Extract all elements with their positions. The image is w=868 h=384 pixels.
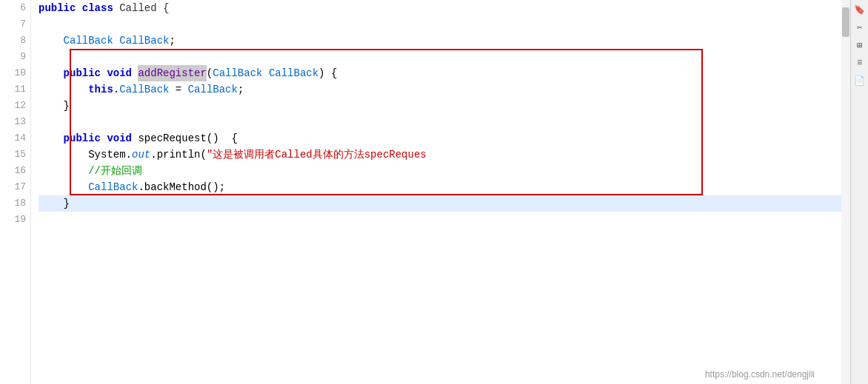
code-text: System. xyxy=(39,146,132,163)
code-text xyxy=(262,65,268,81)
code-text: . xyxy=(113,81,119,98)
line-num: 12 xyxy=(0,98,26,114)
line-num: 11 xyxy=(0,81,26,98)
line-num: 16 xyxy=(0,163,26,179)
code-line xyxy=(39,212,841,228)
code-text xyxy=(39,179,88,195)
code-text xyxy=(39,81,88,98)
line-num: 13 xyxy=(0,114,26,130)
code-text: CallBack xyxy=(213,65,262,81)
code-text: .backMethod(); xyxy=(138,179,225,195)
code-text: = xyxy=(169,81,187,98)
keyword: public void xyxy=(64,65,138,81)
string-literal: "这是被调用者Called具体的方法specReques xyxy=(207,146,427,163)
code-line: CallBack.backMethod(); xyxy=(39,179,841,195)
watermark: https://blog.csdn.net/dengjili xyxy=(705,369,815,380)
code-text: Called { xyxy=(119,0,169,16)
line-num: 8 xyxy=(0,33,26,49)
code-line: CallBack CallBack; xyxy=(39,33,841,49)
code-text: } xyxy=(39,98,70,114)
keyword: public void xyxy=(64,130,138,146)
editor-container: 6 7 8 9 10 11 12 13 14 15 16 17 18 19 pu… xyxy=(0,0,868,384)
code-text: CallBack xyxy=(188,81,238,98)
code-text: CallBack xyxy=(88,179,138,195)
keyword: public class xyxy=(39,0,119,16)
line-num: 9 xyxy=(0,49,26,65)
right-toolbar: 🔖 ✂ ⊞ ≡ 📄 xyxy=(850,0,868,384)
line-num: 6 xyxy=(0,0,26,16)
method-name: addRegister xyxy=(138,65,206,81)
code-text xyxy=(39,33,64,49)
scrollbar-thumb[interactable] xyxy=(842,7,849,37)
code-text xyxy=(39,163,88,179)
code-line xyxy=(39,16,841,33)
line-num: 14 xyxy=(0,130,26,146)
line-num: 7 xyxy=(0,16,26,33)
code-text: CallBack xyxy=(269,65,318,81)
toolbar-icon-4[interactable]: ≡ xyxy=(853,56,867,70)
line-numbers: 6 7 8 9 10 11 12 13 14 15 16 17 18 19 xyxy=(0,0,31,384)
code-text: ( xyxy=(207,65,213,81)
keyword: this xyxy=(88,81,113,98)
code-line: System.out.println("这是被调用者Called具体的方法spe… xyxy=(39,146,841,163)
code-text: CallBack xyxy=(119,81,169,98)
line-num: 17 xyxy=(0,179,26,195)
code-line: public void specRequest() { xyxy=(39,130,841,146)
code-text xyxy=(113,33,119,49)
code-text xyxy=(39,65,64,81)
toolbar-icon-3[interactable]: ⊞ xyxy=(853,38,867,52)
code-text xyxy=(39,130,64,146)
toolbar-icon-5[interactable]: 📄 xyxy=(853,74,867,87)
code-text: .println( xyxy=(150,146,207,163)
code-text: } xyxy=(39,195,70,212)
code-area[interactable]: public class Called { CallBack CallBack;… xyxy=(31,0,841,384)
code-line: this.CallBack = CallBack; xyxy=(39,81,841,98)
code-line: } xyxy=(39,195,841,212)
toolbar-icon-1[interactable]: 🔖 xyxy=(853,3,867,16)
code-line xyxy=(39,114,841,130)
line-num: 18 xyxy=(0,195,26,212)
line-num: 15 xyxy=(0,146,26,163)
code-text: out xyxy=(132,146,150,163)
toolbar-icon-2[interactable]: ✂ xyxy=(853,21,867,34)
code-text: ) { xyxy=(318,65,337,81)
scrollbar-track[interactable] xyxy=(841,0,850,384)
code-text: CallBack xyxy=(64,33,113,49)
code-line: //开始回调 xyxy=(39,163,841,179)
code-text: specRequest() { xyxy=(138,130,237,146)
code-line: public class Called { xyxy=(39,0,841,16)
comment: //开始回调 xyxy=(88,163,142,179)
code-line xyxy=(39,49,841,65)
code-text: ; xyxy=(238,81,244,98)
code-text: ; xyxy=(169,33,175,49)
line-num: 19 xyxy=(0,212,26,228)
code-text: CallBack xyxy=(119,33,169,49)
code-line: public void addRegister(CallBack CallBac… xyxy=(39,65,841,81)
line-num: 10 xyxy=(0,65,26,81)
code-line: } xyxy=(39,98,841,114)
